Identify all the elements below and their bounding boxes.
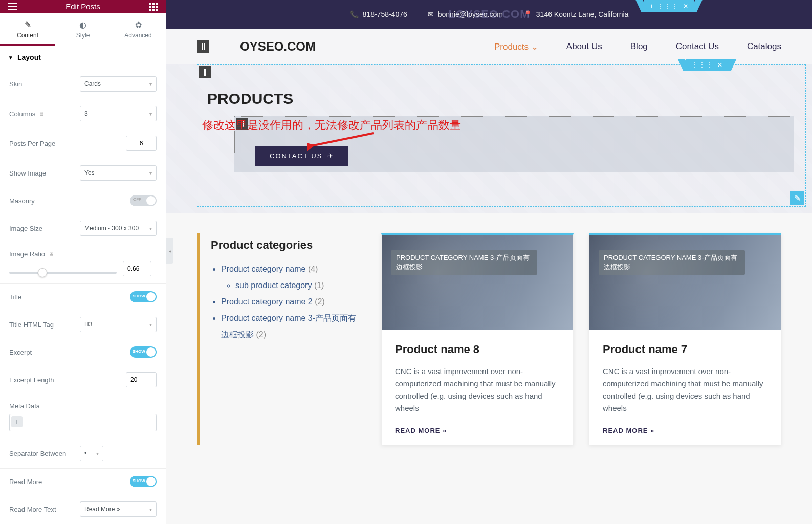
chevron-down-icon: ⌄ [531,42,538,52]
subcategory-item[interactable]: sub product category (1) [235,277,361,294]
category-item[interactable]: Product category name 3-产品页面有边框投影 (2) [221,310,361,343]
tab-advanced[interactable]: ✿Advanced [111,13,166,46]
skin-select[interactable]: Cards [80,76,157,92]
responsive-icon[interactable]: 🖥 [38,111,44,117]
column-handle[interactable] [236,118,248,130]
nav-links: Products ⌄ About Us Blog Contact Us Cata… [494,41,781,52]
readmore-link[interactable]: READ MORE » [395,427,560,434]
category-item[interactable]: Product category name 2 (2) [221,294,361,310]
hamburger-icon [8,3,17,10]
phone-icon: 📞 [350,10,359,18]
product-image: PRODUCT CATEGORY NAME 3-产品页面有边框投影 [382,235,573,330]
preview-area: ◂ 修改这里是没作用的，无法修改产品列表的产品数量 LOYSEO.COM 📞81… [166,0,812,524]
location-icon: 📍 [523,10,532,18]
show-image-select[interactable]: Yes [80,165,157,181]
close-icon: ✕ [683,3,688,10]
menu-button[interactable] [6,1,18,13]
readmore-text-input[interactable]: Read More » [80,501,157,517]
title-tag-select[interactable]: H3 [80,317,157,332]
send-icon: ✈ [327,152,334,160]
section-outline[interactable]: ⋮⋮⋮✕ CONTACT US✈ ✎ [197,64,806,207]
excerpt-length-input[interactable] [126,372,157,387]
topbar-email[interactable]: bonnie@loyseo.com [438,10,503,18]
pencil-icon: ✎ [0,20,55,30]
inner-column[interactable]: CONTACT US✈ [234,116,794,172]
masonry-label: Masonry [9,197,130,205]
columns-select[interactable]: 3 [80,106,157,121]
product-image: PRODUCT CATEGORY NAME 3-产品页面有边框投影 [589,235,781,330]
nav-catalogs[interactable]: Catalogs [747,41,781,52]
image-size-label: Image Size [9,225,80,232]
collapse-panel-button[interactable]: ◂ [166,238,173,264]
category-sidebar: Product categories Product category name… [197,233,361,445]
title-toggle[interactable] [130,291,157,302]
separator-select[interactable]: • [80,446,103,461]
cta-button[interactable]: CONTACT US✈ [255,146,348,166]
readmore-link[interactable]: READ MORE » [603,427,767,434]
meta-data-label: Meta Data [9,402,157,410]
readmore-toggle[interactable] [130,476,157,487]
product-card[interactable]: PRODUCT CATEGORY NAME 3-产品页面有边框投影 Produc… [589,233,781,445]
title-tag-label: Title HTML Tag [9,321,80,329]
layout-controls: SkinCards Columns🖥3 Posts Per Page Show … [0,69,166,524]
caret-down-icon: ▾ [9,54,12,61]
gear-icon: ✿ [111,20,166,30]
plus-icon: + [650,3,653,10]
category-item[interactable]: Product category name (4) sub product ca… [221,261,361,294]
panel-title: Edit Posts [18,2,147,11]
posts-per-page-label: Posts Per Page [9,140,126,147]
inner-section-handle[interactable]: ⋮⋮⋮✕ [686,59,729,71]
posts-per-page-input[interactable] [126,136,157,151]
skin-label: Skin [9,80,80,88]
panel-tabs: ✎Content ◐Style ✿Advanced [0,13,166,46]
product-title[interactable]: Product name 7 [603,343,767,356]
product-card[interactable]: PRODUCT CATEGORY NAME 3-产品页面有边框投影 Produc… [381,233,574,445]
nav-blog[interactable]: Blog [630,41,648,52]
pencil-icon: ✎ [794,193,801,203]
hero-section: ⋮⋮⋮✕ CONTACT US✈ ✎ PRODUCTS [166,64,812,213]
nav-products[interactable]: Products ⌄ [494,41,538,52]
responsive-icon[interactable]: 🖥 [48,251,54,257]
product-title[interactable]: Product name 8 [395,343,560,356]
section-layout-toggle[interactable]: ▾ Layout [0,46,166,69]
close-icon: ✕ [717,61,722,69]
readmore-label: Read More [9,478,130,486]
image-ratio-label: Image Ratio [9,250,45,258]
meta-data-input[interactable]: + [9,414,157,431]
drag-icon: ⋮⋮⋮ [657,3,679,10]
excerpt-length-label: Excerpt Length [9,376,126,384]
product-excerpt: CNC is a vast improvement over non-compu… [603,365,767,414]
title-label: Title [9,293,130,301]
editor-panel: Edit Posts ✎Content ◐Style ✿Advanced ▾ L… [0,0,166,524]
section-handle[interactable]: +⋮⋮⋮✕ [644,0,694,12]
meta-add-chip[interactable]: + [11,416,23,427]
tab-style[interactable]: ◐Style [55,13,111,46]
tab-content[interactable]: ✎Content [0,13,55,46]
grid-icon [149,3,158,11]
topbar-address: 3146 Koontz Lane, California [536,10,629,18]
masonry-toggle[interactable] [130,195,157,206]
topbar-phone[interactable]: 818-758-4076 [363,10,407,18]
content-row: Product categories Product category name… [166,213,812,466]
separator-label: Separator Between [9,450,80,457]
readmore-text-label: Read More Text [9,506,80,513]
site-topbar: LOYSEO.COM 📞818-758-4076 ✉bonnie@loyseo.… [166,0,812,29]
hero-title: PRODUCTS [207,90,293,107]
image-size-select[interactable]: Medium - 300 x 300 [80,221,157,236]
categories-heading: Product categories [211,238,361,252]
excerpt-toggle[interactable] [130,346,157,358]
image-ratio-slider[interactable] [9,272,117,274]
widgets-button[interactable] [147,1,160,13]
slider-thumb[interactable] [38,268,47,277]
nav-about[interactable]: About Us [566,41,602,52]
product-cards: PRODUCT CATEGORY NAME 3-产品页面有边框投影 Produc… [381,233,781,445]
nav-contact[interactable]: Contact Us [676,41,719,52]
category-badge: PRODUCT CATEGORY NAME 3-产品页面有边框投影 [391,250,537,275]
columns-label: Columns [9,110,35,118]
image-ratio-input[interactable] [123,261,151,276]
column-handle[interactable] [199,66,211,78]
site-logo[interactable]: OYSEO.COM [240,39,316,54]
edit-element-button[interactable]: ✎ [790,191,804,205]
mail-icon: ✉ [428,10,434,18]
column-handle[interactable] [197,40,209,53]
